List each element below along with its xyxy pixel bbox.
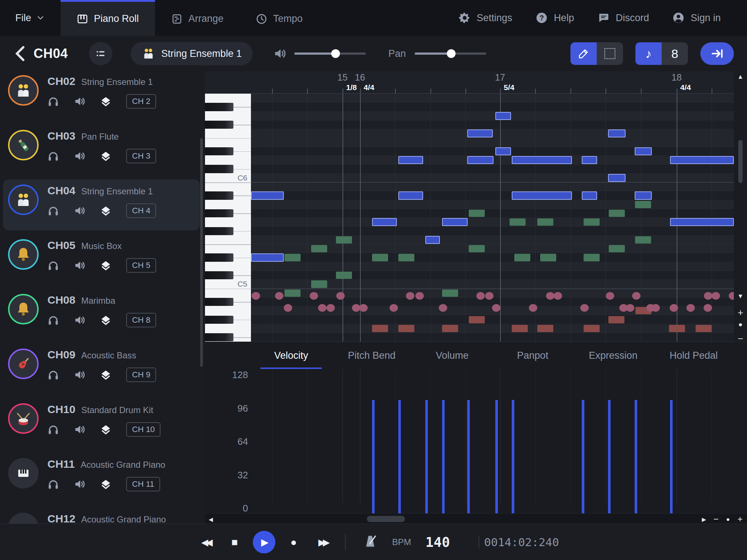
solo-headphones-icon[interactable] xyxy=(47,314,59,326)
drum-note-dot[interactable] xyxy=(606,292,614,300)
volume-slider[interactable] xyxy=(294,52,366,55)
zoom-reset-vertical-icon[interactable]: ● xyxy=(738,321,742,328)
midi-note-green[interactable] xyxy=(442,289,458,297)
drum-note-dot[interactable] xyxy=(476,292,485,300)
solo-headphones-icon[interactable] xyxy=(47,424,59,435)
drum-note-dot[interactable] xyxy=(529,304,537,312)
drum-note-dot[interactable] xyxy=(310,292,318,300)
scroll-right-icon[interactable]: ▶ xyxy=(702,516,706,522)
note-grid[interactable] xyxy=(251,94,734,342)
drum-note-dot[interactable] xyxy=(546,292,554,300)
ghost-layers-icon[interactable] xyxy=(100,478,112,490)
mute-speaker-icon[interactable] xyxy=(74,478,85,490)
drum-note-dot[interactable] xyxy=(485,292,494,300)
drum-note-dot[interactable] xyxy=(704,304,712,312)
time-signature-badge[interactable]: 4/4 xyxy=(360,81,379,93)
midi-note-selected-track[interactable] xyxy=(398,191,423,199)
midi-note-green[interactable] xyxy=(336,272,352,279)
midi-note-green[interactable] xyxy=(514,254,530,261)
midi-note-selected-track[interactable] xyxy=(582,156,597,164)
scroll-down-icon[interactable]: ▼ xyxy=(738,293,744,299)
midi-note-selected-track[interactable] xyxy=(467,156,494,164)
bpm-value[interactable]: 140 xyxy=(426,535,450,549)
solo-headphones-icon[interactable] xyxy=(47,150,59,162)
ghost-layers-icon[interactable] xyxy=(100,314,112,326)
midi-note-green[interactable] xyxy=(537,218,553,226)
instrument-selector[interactable]: String Ensemble 1 xyxy=(131,42,253,65)
record-button[interactable]: ● xyxy=(290,537,297,547)
drum-note-dot[interactable] xyxy=(704,292,712,300)
midi-note-maroon[interactable] xyxy=(537,325,553,332)
zoom-reset-horizontal-icon[interactable]: ● xyxy=(726,516,730,522)
mute-speaker-icon[interactable] xyxy=(74,369,85,381)
track-list-button[interactable] xyxy=(89,42,112,65)
controller-tab-pitch-bend[interactable]: Pitch Bend xyxy=(332,342,412,369)
midi-note-selected-track[interactable] xyxy=(372,218,397,226)
track-row-ch03[interactable]: CH03Pan FluteCH 3 xyxy=(3,125,200,176)
zoom-in-horizontal-icon[interactable]: + xyxy=(738,515,743,524)
drum-note-dot[interactable] xyxy=(651,304,660,312)
drum-note-dot[interactable] xyxy=(406,292,414,300)
drum-note-dot[interactable] xyxy=(554,292,562,300)
black-key[interactable] xyxy=(205,227,233,235)
pan-knob[interactable] xyxy=(447,49,456,58)
track-row-ch08[interactable]: CH08MarimbaCH 8 xyxy=(3,289,200,340)
time-signature-badge[interactable]: 4/4 xyxy=(677,81,696,93)
mute-speaker-icon[interactable] xyxy=(74,205,85,217)
pencil-tool-button[interactable] xyxy=(570,42,597,65)
midi-note-selected-track[interactable] xyxy=(608,174,626,182)
midi-note-green[interactable] xyxy=(372,254,388,261)
timeline-ruler[interactable]: 151/8164/4175/4184/4 xyxy=(205,71,734,94)
midi-note-green[interactable] xyxy=(285,289,301,297)
midi-note-green[interactable] xyxy=(336,236,352,244)
tab-tempo[interactable]: Tempo xyxy=(240,0,319,36)
drum-note-dot[interactable] xyxy=(318,304,326,312)
midi-note-green[interactable] xyxy=(609,245,625,252)
note-length-value[interactable]: 8 xyxy=(662,42,688,65)
midi-note-selected-track[interactable] xyxy=(251,253,284,261)
velocity-bar[interactable] xyxy=(467,400,470,513)
midi-note-selected-track[interactable] xyxy=(670,218,734,226)
track-row-ch05[interactable]: CH05Music BoxCH 5 xyxy=(3,234,200,285)
midi-note-selected-track[interactable] xyxy=(495,112,511,120)
midi-note-green[interactable] xyxy=(635,201,651,208)
settings-button[interactable]: Settings xyxy=(447,12,524,24)
solo-headphones-icon[interactable] xyxy=(47,205,59,217)
time-signature-badge[interactable]: 5/4 xyxy=(500,81,519,93)
mute-speaker-icon[interactable] xyxy=(74,96,85,107)
discord-button[interactable]: Discord xyxy=(586,12,661,24)
drum-note-dot[interactable] xyxy=(626,304,634,312)
vertical-scrollbar-thumb[interactable] xyxy=(738,140,743,183)
midi-note-green[interactable] xyxy=(635,236,651,244)
midi-note-selected-track[interactable] xyxy=(512,156,572,164)
black-key[interactable] xyxy=(205,121,233,129)
playhead-position[interactable]: 0014:02:240 xyxy=(484,536,559,548)
drum-note-dot[interactable] xyxy=(492,304,500,312)
black-key[interactable] xyxy=(205,271,233,279)
midi-note-selected-track[interactable] xyxy=(467,129,493,137)
rewind-button[interactable]: ◀◀ xyxy=(201,537,210,547)
midi-note-selected-track[interactable] xyxy=(425,236,440,244)
auto-scroll-button[interactable] xyxy=(700,42,734,65)
sidebar-scrollbar[interactable] xyxy=(200,138,203,367)
ghost-layers-icon[interactable] xyxy=(100,96,112,107)
black-key[interactable] xyxy=(205,253,233,261)
time-signature-badge[interactable]: 1/8 xyxy=(342,81,362,93)
drum-note-dot[interactable] xyxy=(686,304,695,312)
midi-note-selected-track[interactable] xyxy=(582,191,597,199)
midi-note-green[interactable] xyxy=(510,218,526,226)
track-row-ch11[interactable]: CH11Acoustic Grand PianoCH 11 xyxy=(3,453,200,504)
pan-slider[interactable] xyxy=(415,52,486,55)
drum-note-dot[interactable] xyxy=(439,304,447,312)
black-key[interactable] xyxy=(205,165,233,173)
mute-speaker-icon[interactable] xyxy=(74,314,85,326)
controller-tab-expression[interactable]: Expression xyxy=(573,342,654,369)
midi-note-selected-track[interactable] xyxy=(398,156,423,164)
piano-keyboard[interactable]: C6C5 xyxy=(205,94,251,342)
zoom-out-horizontal-icon[interactable]: − xyxy=(713,515,719,524)
velocity-bar[interactable] xyxy=(608,400,611,513)
velocity-bar[interactable] xyxy=(512,400,514,513)
black-key[interactable] xyxy=(205,103,233,111)
black-key[interactable] xyxy=(205,147,233,155)
play-button[interactable]: ▶ xyxy=(253,531,275,553)
